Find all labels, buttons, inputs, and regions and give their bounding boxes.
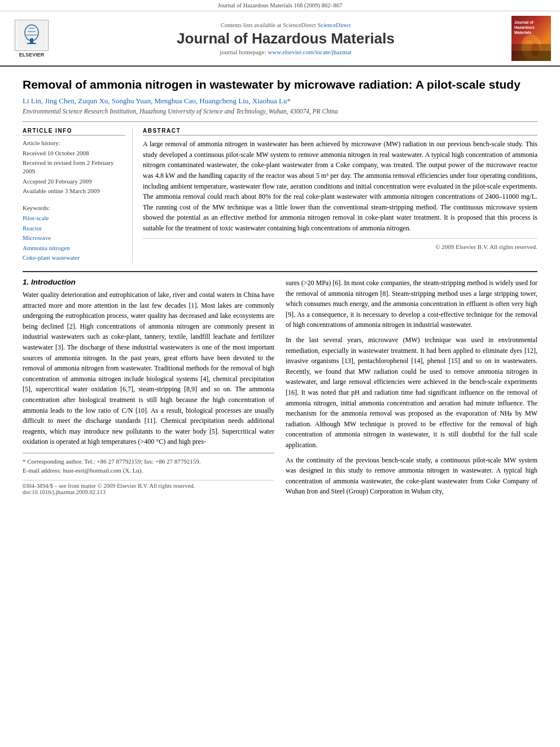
abstract-text: A large removal of ammonia nitrogen in w… <box>143 139 537 233</box>
main-two-col: 1. Introduction Water quality deteriorat… <box>23 278 537 501</box>
abstract-column: ABSTRACT A large removal of ammonia nitr… <box>143 128 537 263</box>
contents-list-text: Contents lists available at ScienceDirec… <box>60 22 511 28</box>
journal-header: ELSEVIER Contents lists available at Sci… <box>0 11 560 67</box>
article-info-label: ARTICLE INFO <box>23 128 125 136</box>
journal-title: Journal of Hazardous Materials <box>60 30 511 47</box>
journal-reference-text: Journal of Hazardous Materials 168 (2009… <box>218 2 342 8</box>
footer-bar: 0304-3894/$ – see front matter © 2009 El… <box>23 480 274 489</box>
elsevier-logo-image <box>15 20 49 51</box>
main-content-section: 1. Introduction Water quality deteriorat… <box>23 271 537 501</box>
keywords-label: Keywords: <box>23 204 125 212</box>
svg-text:Journal of: Journal of <box>514 20 534 24</box>
article-title: Removal of ammonia nitrogen in wastewate… <box>23 77 537 92</box>
svg-point-13 <box>531 43 540 56</box>
journal-homepage: journal homepage: www.elsevier.com/locat… <box>60 49 511 55</box>
keyword-3: Microwave <box>23 233 125 243</box>
journal-cover-image: Journal of Hazardous Materials <box>511 16 551 61</box>
abstract-label: ABSTRACT <box>143 128 537 136</box>
footnote-star: * Corresponding author. Tel.: +86 27 877… <box>23 457 274 466</box>
keyword-4: Ammonia nitrogen <box>23 243 125 254</box>
main-left-column: 1. Introduction Water quality deteriorat… <box>23 278 274 501</box>
intro-para-4: As the continuity of the previous bench-… <box>286 455 537 497</box>
keyword-5: Coke-plant wastewater <box>23 253 125 263</box>
svg-text:Hazardous: Hazardous <box>514 25 535 29</box>
keyword-2: Reactor <box>23 224 125 234</box>
authors-line: Li Lin, Jing Chen, Zuqun Xu, Songhu Yuan… <box>23 97 537 106</box>
keyword-1: Pilot-scale <box>23 213 125 224</box>
history-label: Article history: <box>23 139 125 147</box>
svg-rect-6 <box>27 43 36 44</box>
article-info-column: ARTICLE INFO Article history: Received 1… <box>23 128 133 263</box>
main-right-column: sures (>20 MPa) [6]. In most coke compan… <box>286 278 537 501</box>
keywords-section: Keywords: Pilot-scale Reactor Microwave … <box>23 204 125 263</box>
intro-para-2: sures (>20 MPa) [6]. In most coke compan… <box>286 278 537 330</box>
svg-text:Materials: Materials <box>514 30 531 34</box>
intro-para-1: Water quality deterioration and eutrophi… <box>23 290 274 447</box>
authors-text: Li Lin, Jing Chen, Zuqun Xu, Songhu Yuan… <box>23 97 291 105</box>
footnote-email: E-mail address: hust-esri@hotmail.com (X… <box>23 466 274 475</box>
issn-text: 0304-3894/$ – see front matter © 2009 El… <box>23 483 195 489</box>
elsevier-text: ELSEVIER <box>19 52 45 58</box>
available-date: Available online 3 March 2009 <box>23 187 125 195</box>
revised-date: Received in revised form 2 February 2009 <box>23 159 125 176</box>
intro-para-3: In the last several years, microwave (MW… <box>286 335 537 451</box>
journal-header-center: Contents lists available at ScienceDirec… <box>60 22 511 55</box>
received-date: Received 10 October 2008 <box>23 149 125 158</box>
svg-point-11 <box>521 34 541 59</box>
doi-text: doi:10.1016/j.jhazmat.2009.02.113 <box>23 489 274 495</box>
copyright-text: © 2009 Elsevier B.V. All rights reserved… <box>143 238 537 250</box>
affiliation-text: Environmental Science Research Instituti… <box>23 108 537 115</box>
sciencedirect-link[interactable]: ScienceDirect <box>317 22 351 28</box>
journal-reference-bar: Journal of Hazardous Materials 168 (2009… <box>0 0 560 11</box>
svg-rect-5 <box>30 38 33 43</box>
elsevier-logo-block: ELSEVIER <box>9 20 54 58</box>
article-info-abstract-section: ARTICLE INFO Article history: Received 1… <box>23 121 537 263</box>
svg-point-12 <box>523 40 534 58</box>
svg-rect-14 <box>511 51 551 61</box>
accepted-date: Accepted 20 February 2009 <box>23 177 125 186</box>
intro-heading: 1. Introduction <box>23 278 274 286</box>
footnote-section: * Corresponding author. Tel.: +86 27 877… <box>23 453 274 475</box>
article-body: Removal of ammonia nitrogen in wastewate… <box>0 77 560 513</box>
journal-homepage-link[interactable]: www.elsevier.com/locate/jhazmat <box>268 49 351 55</box>
